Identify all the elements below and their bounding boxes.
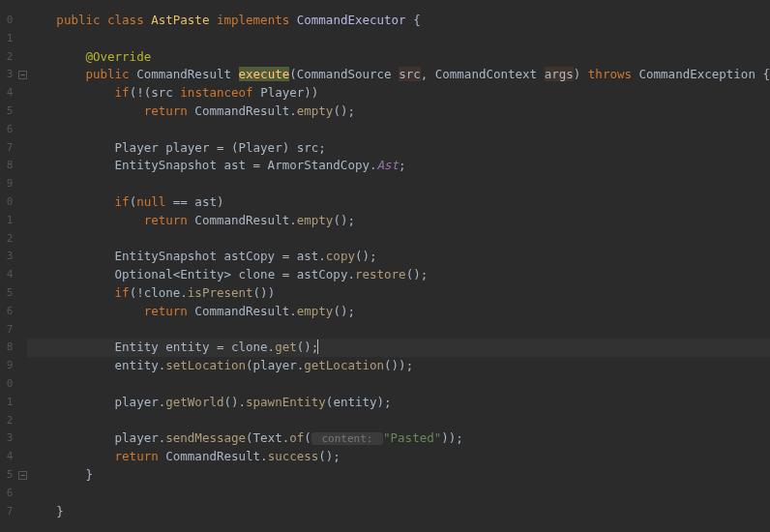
token-kw: return [144, 103, 188, 118]
token-punct: } [85, 467, 93, 482]
token-kw: if [115, 194, 130, 209]
token-punct: ( [289, 67, 297, 81]
token-kw: public [85, 67, 129, 81]
code-line[interactable] [27, 412, 770, 430]
code-line[interactable] [27, 375, 770, 394]
token-type: Entity [115, 340, 159, 354]
token-op: entity. [115, 358, 166, 372]
token-hint: content: [311, 432, 383, 445]
token-method: empty [297, 213, 334, 227]
code-area[interactable]: public class AstPaste implements Command… [23, 0, 770, 532]
token-op: src [151, 85, 180, 100]
code-line[interactable]: player.getWorld().spawnEntity(entity); [27, 394, 770, 412]
code-line[interactable]: EntitySnapshot ast = ArmorStandCopy.Ast; [27, 157, 770, 175]
token-punct: ()); [384, 358, 413, 372]
code-line[interactable]: Entity entity = clone.get(); [27, 339, 770, 357]
line-number: 5 [0, 284, 13, 303]
token-punct: { [413, 13, 421, 27]
token-op: !clone. [136, 285, 188, 300]
code-line[interactable] [27, 230, 770, 249]
token-punct: ()) [253, 285, 276, 300]
code-line[interactable]: public CommandResult execute(CommandSour… [27, 66, 770, 84]
token-op: player. [253, 358, 305, 372]
token-kw: if [115, 85, 130, 100]
token-kw: return [144, 304, 188, 318]
line-number-gutter: 0123456789012345678901234567 [0, 0, 18, 532]
token-kw: return [115, 449, 159, 463]
code-line[interactable]: if(!clone.isPresent()) [27, 284, 770, 303]
code-line[interactable]: if(!(src instanceof Player)) [27, 84, 770, 103]
line-number: 2 [0, 412, 13, 430]
token-op [101, 13, 108, 27]
code-line[interactable]: Optional<Entity> clone = astCopy.restore… [27, 266, 770, 284]
code-line[interactable]: Player player = (Player) src; [27, 139, 770, 158]
token-op [428, 67, 435, 81]
line-number: 2 [0, 230, 13, 249]
token-type: CommandResult [194, 304, 289, 318]
code-line[interactable] [27, 485, 770, 503]
token-str: "Pasted" [383, 430, 441, 445]
code-line[interactable] [27, 121, 770, 139]
code-line[interactable]: return CommandResult.empty(); [27, 303, 770, 321]
code-line[interactable]: entity.setLocation(player.getLocation())… [27, 357, 770, 375]
token-op [632, 67, 639, 81]
token-op: = clone. [209, 340, 275, 354]
line-number: 6 [0, 485, 13, 503]
code-line[interactable]: return CommandResult.empty(); [27, 103, 770, 121]
token-op [537, 67, 545, 81]
code-line[interactable] [27, 30, 770, 48]
code-line[interactable]: return CommandResult.success(); [27, 448, 770, 466]
code-line[interactable]: EntitySnapshot astCopy = ast.copy(); [27, 248, 770, 266]
code-line[interactable]: public class AstPaste implements Command… [27, 12, 770, 30]
code-line[interactable]: if(null == ast) [27, 193, 770, 212]
line-number: 4 [0, 266, 13, 284]
line-number: 7 [0, 139, 13, 158]
code-line[interactable]: return CommandResult.empty(); [27, 212, 770, 230]
token-punct: ( [231, 140, 239, 155]
fold-collapse-icon[interactable]: − [18, 71, 27, 79]
token-op: = [246, 158, 268, 172]
code-line[interactable] [27, 175, 770, 193]
line-number: 5 [0, 103, 13, 121]
code-line[interactable]: player.sendMessage(Text.of( content: "Pa… [27, 429, 770, 448]
token-type: Player [260, 85, 304, 100]
token-op [231, 67, 239, 81]
token-method: getLocation [304, 358, 384, 372]
token-kw: class [107, 13, 144, 27]
line-number: 4 [0, 448, 13, 466]
line-number: 6 [0, 303, 13, 321]
token-punct: > [223, 267, 231, 281]
token-method-decl: execute [239, 67, 290, 81]
token-kw: if [115, 285, 130, 300]
token-type: Text [253, 430, 282, 445]
token-kw: return [144, 213, 188, 227]
line-number: 1 [0, 30, 13, 48]
code-line[interactable]: } [27, 503, 770, 521]
fold-collapse-icon[interactable]: − [18, 471, 27, 480]
token-type: Optional [115, 267, 173, 281]
token-type: Entity [180, 267, 223, 281]
token-method: getWorld [165, 395, 223, 409]
token-punct: . [289, 304, 297, 318]
token-param: src [399, 67, 421, 81]
token-punct: (). [223, 395, 246, 409]
line-number: 9 [0, 175, 13, 193]
code-line[interactable]: } [27, 466, 770, 485]
token-punct: (); [318, 449, 341, 463]
token-method: isPresent [188, 285, 253, 300]
token-method: sendMessage [165, 430, 246, 445]
token-punct: } [56, 504, 64, 518]
token-punct: ( [304, 430, 311, 445]
line-number: 3 [0, 429, 13, 448]
token-op [209, 13, 217, 27]
token-kw: public [56, 13, 100, 27]
token-method: copy [326, 249, 355, 263]
token-type: CommandSource [297, 67, 392, 81]
token-type: CommandResult [136, 67, 231, 81]
token-punct: ( [246, 430, 253, 445]
code-line[interactable]: @Override [27, 48, 770, 67]
token-punct: { [762, 67, 770, 81]
token-punct: (); [297, 340, 319, 354]
code-line[interactable] [27, 321, 770, 340]
line-number: 7 [0, 503, 13, 521]
